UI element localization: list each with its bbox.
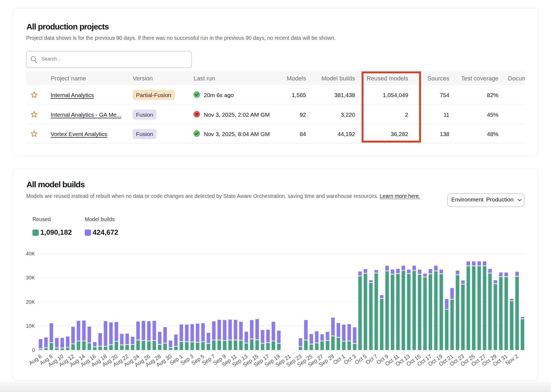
svg-text:Oct 5: Oct 5: [354, 353, 368, 365]
svg-text:Oct 1: Oct 1: [332, 353, 346, 365]
svg-text:Oct 7: Oct 7: [364, 353, 379, 365]
svg-text:10K: 10K: [26, 323, 35, 329]
svg-text:30K: 30K: [26, 275, 35, 281]
svg-text:Nov 2: Nov 2: [504, 353, 519, 366]
svg-text:Oct 3: Oct 3: [343, 353, 357, 365]
svg-text:20K: 20K: [26, 299, 35, 305]
svg-text:40K: 40K: [26, 251, 35, 257]
svg-text:0: 0: [32, 347, 35, 353]
